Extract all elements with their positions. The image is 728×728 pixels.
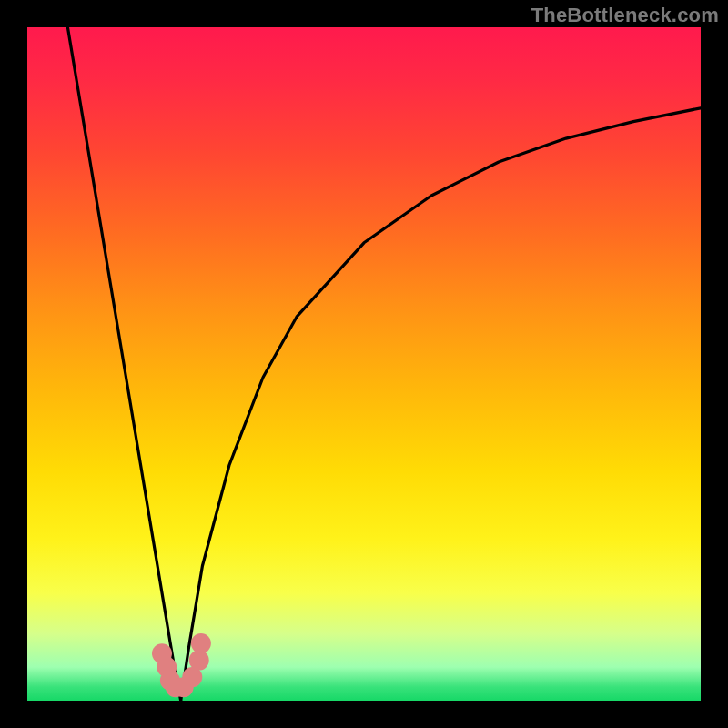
watermark-text: TheBottleneck.com <box>531 4 719 27</box>
plot-area <box>27 27 701 701</box>
marker-point-6 <box>189 651 209 671</box>
curve-right-branch <box>181 108 701 701</box>
bottleneck-curve <box>27 27 701 701</box>
marker-point-7 <box>191 633 211 653</box>
curve-left-branch <box>67 27 180 701</box>
chart-frame: TheBottleneck.com <box>0 0 728 728</box>
